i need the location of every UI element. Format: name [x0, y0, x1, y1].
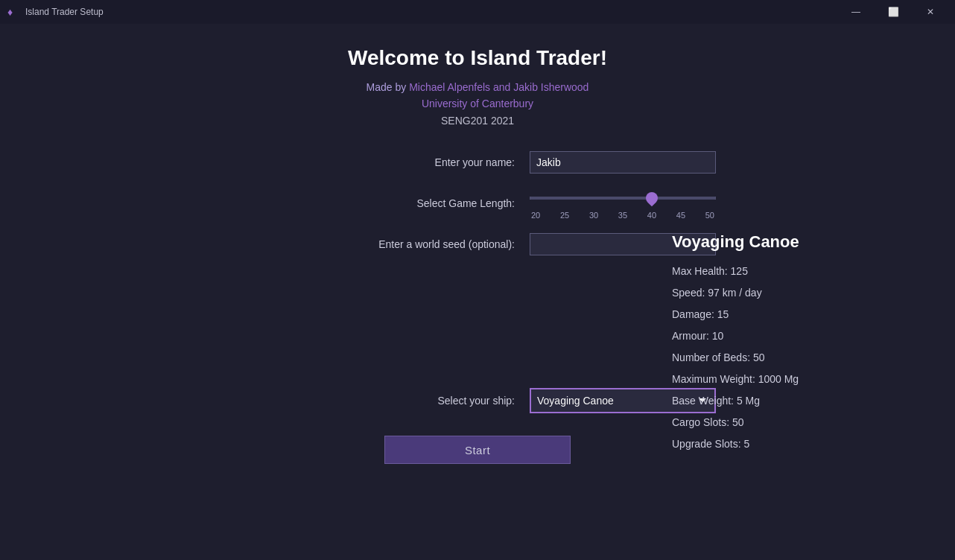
title-bar: ♦ Island Trader Setup — ⬜ ✕ — [0, 0, 955, 24]
ship-stat-cargo-slots: Cargo Slots: 50 — [672, 415, 866, 430]
subtitle-made-by: Made by — [367, 81, 410, 93]
start-button[interactable]: Start — [384, 436, 571, 464]
start-btn-row: Start — [239, 436, 716, 464]
minimize-button[interactable]: — — [839, 0, 873, 24]
subtitle: Made by Michael Alpenfels and Jakib Ishe… — [367, 79, 589, 129]
subtitle-authors-line: Made by Michael Alpenfels and Jakib Ishe… — [367, 79, 589, 95]
name-row: Enter your name: — [239, 151, 716, 174]
ship-stat-beds: Number of Beds: 50 — [672, 350, 866, 366]
maximize-button[interactable]: ⬜ — [876, 0, 910, 24]
title-bar-controls: — ⬜ ✕ — [839, 0, 948, 24]
tick-40: 40 — [647, 211, 656, 220]
ship-stat-max-weight: Maximum Weight: 1000 Mg — [672, 372, 866, 387]
ship-stat-damage: Damage: 15 — [672, 307, 866, 322]
world-seed-row: Enter a world seed (optional): — [239, 233, 716, 255]
ship-select-row: Select your ship: Voyaging Canoe Sloop F… — [239, 388, 716, 413]
name-label: Enter your name: — [351, 156, 515, 168]
slider-ticks: 20 25 30 35 40 45 50 — [530, 211, 716, 220]
subtitle-authors: Michael Alpenfels and Jakib Isherwood — [409, 81, 588, 93]
ship-stat-armour: Armour: 10 — [672, 328, 866, 344]
ship-info-panel: Voyaging Canoe Max Health: 125 Speed: 97… — [672, 232, 866, 458]
tick-35: 35 — [618, 211, 627, 220]
tick-25: 25 — [560, 211, 569, 220]
tick-50: 50 — [705, 211, 714, 220]
subtitle-university: University of Canterbury — [367, 95, 589, 112]
world-seed-label: Enter a world seed (optional): — [351, 238, 515, 250]
game-length-label: Select Game Length: — [351, 197, 515, 209]
title-bar-left: ♦ Island Trader Setup — [7, 6, 104, 18]
app-icon: ♦ — [7, 6, 19, 18]
name-input[interactable] — [530, 151, 716, 174]
ship-info-name: Voyaging Canoe — [672, 232, 866, 252]
tick-45: 45 — [676, 211, 685, 220]
ship-label: Select your ship: — [351, 395, 515, 407]
ship-stat-speed: Speed: 97 km / day — [672, 285, 866, 301]
game-length-row: Select Game Length: 20 25 30 35 40 45 50 — [239, 187, 716, 220]
ship-stat-health: Max Health: 125 — [672, 264, 866, 279]
main-content: Welcome to Island Trader! Made by Michae… — [0, 24, 955, 560]
welcome-title: Welcome to Island Trader! — [348, 46, 607, 70]
title-bar-text: Island Trader Setup — [25, 7, 104, 17]
subtitle-course: SENG201 2021 — [367, 112, 589, 129]
ship-stat-upgrade-slots: Upgrade Slots: 5 — [672, 436, 866, 452]
close-button[interactable]: ✕ — [913, 0, 948, 24]
ship-stat-base-weight: Base Weight: 5 Mg — [672, 393, 866, 409]
tick-20: 20 — [531, 211, 540, 220]
slider-track-wrapper — [530, 187, 716, 209]
tick-30: 30 — [589, 211, 598, 220]
game-length-slider[interactable] — [530, 197, 716, 200]
slider-container: 20 25 30 35 40 45 50 — [530, 187, 716, 220]
